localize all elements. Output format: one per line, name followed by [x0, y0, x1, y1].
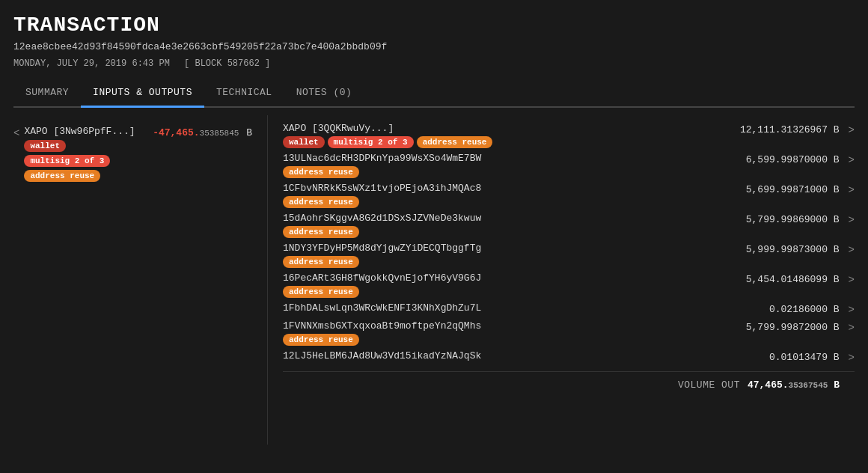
output-address-name: 1CFbvNRRkK5sWXz1tvjoPEjoA3ihJMQAc8: [283, 183, 720, 194]
output-amount: 6,599.99870000 B >: [720, 153, 855, 166]
output-amount: 5,699.99871000 B >: [720, 183, 855, 196]
output-address-name: 13ULNac6dcRH3DPKnYpa99WsXSo4WmE7BW: [283, 153, 720, 164]
inputs-section: < XAPO [3Nw96PpfF...] wallet multisig 2 …: [13, 115, 268, 445]
output-amount: 5,454.01486099 B >: [720, 272, 855, 286]
output-tags: address reuse: [283, 226, 720, 238]
tag-address-reuse: address reuse: [24, 170, 100, 182]
output-tags: address reuse: [283, 334, 720, 346]
output-tags: address reuse: [283, 256, 720, 268]
output-amount: 5,799.99872000 B >: [720, 320, 855, 334]
input-arrow: <: [13, 126, 19, 139]
output-arrow: >: [849, 183, 855, 196]
output-arrow: >: [849, 350, 855, 364]
tag-address-reuse: address reuse: [283, 334, 359, 346]
tag-address-reuse: address reuse: [283, 196, 359, 208]
output-arrow: >: [849, 123, 855, 136]
tag-address-reuse: address reuse: [283, 286, 359, 298]
output-address-name: 12LJ5HeLBM6JAd8Uw3Vd15ikadYzNAJqSk: [283, 350, 720, 361]
output-row: 1FVNNXmsbGXTxqxoaBt9moftpeYn2qQMhs addre…: [283, 320, 855, 346]
tab-technical[interactable]: TECHNICAL: [204, 79, 284, 108]
input-amount: -47,465.35385845 B: [153, 126, 252, 138]
output-amount: 5,799.99869000 B >: [720, 213, 855, 226]
transaction-hash: 12eae8cbee42d93f84590fdca4e3e2663cbf5492…: [13, 41, 855, 52]
output-address-name: 15dAohrSKggvA8G2d1DSxSJZVNeDe3kwuw: [283, 213, 720, 224]
output-row: XAPO [3QQKRwuVy...] wallet multisig 2 of…: [283, 123, 855, 148]
output-address-name: 16PecARt3GH8fWgokkQvnEjofYH6yV9G6J: [283, 272, 720, 284]
tag-multisig: multisig 2 of 3: [24, 155, 110, 167]
tag-wallet: wallet: [24, 140, 66, 152]
output-address-block: 16PecARt3GH8fWgokkQvnEjofYH6yV9G6J addre…: [283, 272, 720, 298]
output-arrow: >: [849, 302, 855, 316]
output-tags: address reuse: [283, 286, 720, 298]
output-amount: 0.02186000 B >: [720, 302, 855, 316]
input-row: < XAPO [3Nw96PpfF...] wallet multisig 2 …: [13, 123, 252, 185]
output-amount: 5,999.99873000 B >: [720, 242, 855, 256]
volume-out-value: 47,465.35367545 B: [748, 379, 840, 391]
volume-out-bar: VOLUME OUT 47,465.35367545 B: [283, 371, 855, 398]
input-address-block: XAPO [3Nw96PpfF...] wallet multisig 2 of…: [24, 126, 147, 182]
tab-bar: SUMMARY INPUTS & OUTPUTS TECHNICAL NOTES…: [13, 79, 855, 108]
output-amount: 12,111.31326967 B >: [720, 123, 855, 136]
output-tags: address reuse: [283, 166, 720, 178]
tab-inputs-outputs[interactable]: INPUTS & OUTPUTS: [81, 79, 204, 108]
tag-address-reuse: address reuse: [283, 226, 359, 238]
tag-address-reuse: address reuse: [283, 256, 359, 268]
input-tags: wallet multisig 2 of 3 address reuse: [24, 140, 147, 182]
tag-address-reuse: address reuse: [417, 136, 493, 148]
tab-summary[interactable]: SUMMARY: [13, 79, 81, 108]
output-row: 15dAohrSKggvA8G2d1DSxSJZVNeDe3kwuw addre…: [283, 213, 855, 238]
output-address-name: 1NDY3YFDyHP5Md8dYjgwZYiDECQTbggfTg: [283, 242, 720, 254]
transaction-date: MONDAY, JULY 29, 2019 6:43 PM: [13, 58, 170, 69]
output-tags: wallet multisig 2 of 3 address reuse: [283, 136, 720, 148]
output-row: 13ULNac6dcRH3DPKnYpa99WsXSo4WmE7BW addre…: [283, 153, 855, 178]
output-row: 1FbhDALswLqn3WRcWkENFI3KNhXgDhZu7L 0.021…: [283, 302, 855, 316]
input-address-name: XAPO [3Nw96PpfF...]: [24, 126, 147, 137]
output-address-block: 12LJ5HeLBM6JAd8Uw3Vd15ikadYzNAJqSk: [283, 350, 720, 364]
output-address-block: 1FVNNXmsbGXTxqxoaBt9moftpeYn2qQMhs addre…: [283, 320, 720, 346]
output-address-block: 15dAohrSKggvA8G2d1DSxSJZVNeDe3kwuw addre…: [283, 213, 720, 238]
output-row: 1NDY3YFDyHP5Md8dYjgwZYiDECQTbggfTg addre…: [283, 242, 855, 268]
output-tags: address reuse: [283, 196, 720, 208]
output-row: 12LJ5HeLBM6JAd8Uw3Vd15ikadYzNAJqSk 0.010…: [283, 350, 855, 364]
block-info: [ BLOCK 587662 ]: [184, 58, 270, 69]
tag-address-reuse: address reuse: [283, 166, 359, 178]
output-address-name: 1FbhDALswLqn3WRcWkENFI3KNhXgDhZu7L: [283, 302, 720, 314]
output-amount: 0.01013479 B >: [720, 350, 855, 364]
output-row: 16PecARt3GH8fWgokkQvnEjofYH6yV9G6J addre…: [283, 272, 855, 298]
output-address-block: 1CFbvNRRkK5sWXz1tvjoPEjoA3ihJMQAc8 addre…: [283, 183, 720, 208]
page-title: TRANSACTION: [13, 13, 855, 37]
volume-out-label: VOLUME OUT: [678, 379, 740, 391]
output-arrow: >: [849, 153, 855, 166]
outputs-section: XAPO [3QQKRwuVy...] wallet multisig 2 of…: [268, 115, 855, 445]
tag-wallet: wallet: [283, 136, 325, 148]
tab-notes[interactable]: NOTES (0): [284, 79, 364, 108]
output-arrow: >: [849, 213, 855, 226]
output-address-block: 1FbhDALswLqn3WRcWkENFI3KNhXgDhZu7L: [283, 302, 720, 316]
output-arrow: >: [849, 272, 855, 286]
output-row: 1CFbvNRRkK5sWXz1tvjoPEjoA3ihJMQAc8 addre…: [283, 183, 855, 208]
output-address-block: 1NDY3YFDyHP5Md8dYjgwZYiDECQTbggfTg addre…: [283, 242, 720, 268]
tag-multisig: multisig 2 of 3: [328, 136, 414, 148]
output-arrow: >: [849, 320, 855, 334]
output-arrow: >: [849, 242, 855, 256]
output-address-block: XAPO [3QQKRwuVy...] wallet multisig 2 of…: [283, 123, 720, 148]
output-address-name: 1FVNNXmsbGXTxqxoaBt9moftpeYn2qQMhs: [283, 320, 720, 332]
output-address-name: XAPO [3QQKRwuVy...]: [283, 123, 720, 134]
output-address-block: 13ULNac6dcRH3DPKnYpa99WsXSo4WmE7BW addre…: [283, 153, 720, 178]
